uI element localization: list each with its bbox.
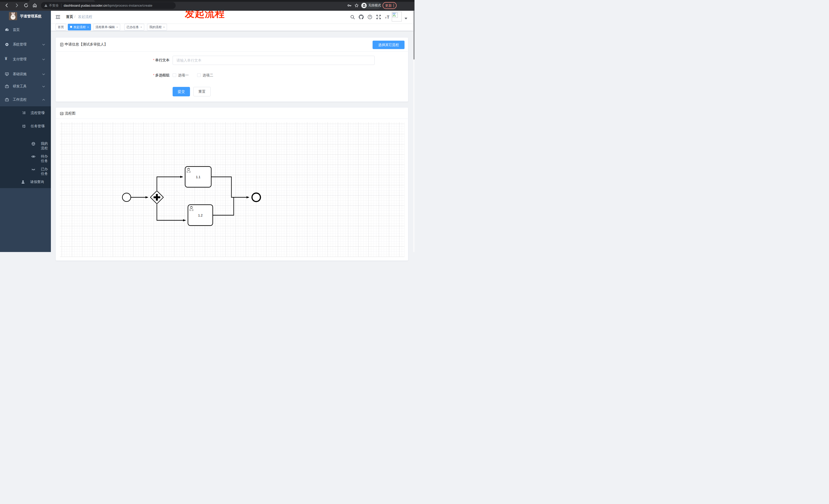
- single-line-text-input[interactable]: [173, 56, 374, 65]
- bpmn-canvas[interactable]: 1.1 1.2: [60, 122, 404, 252]
- back-icon[interactable]: [4, 3, 9, 8]
- close-icon[interactable]: ×: [163, 26, 165, 29]
- sidebar: 芋道管理系统 首页 系统管理 ¥ 支付管理 基础设施 研发工具 工作流程 流程管…: [0, 11, 51, 252]
- caret-down-icon[interactable]: [404, 17, 407, 20]
- address-bar[interactable]: 不安全 dashboard.yudao.iocoder.cn/bpm/proce…: [41, 2, 176, 9]
- list-icon: [22, 111, 26, 115]
- github-icon[interactable]: [359, 14, 364, 20]
- avatar[interactable]: [392, 12, 402, 22]
- breadcrumb-separator: /: [74, 14, 75, 18]
- scrollbar-thumb[interactable]: [413, 11, 414, 60]
- security-label[interactable]: 不安全: [49, 3, 59, 8]
- browser-chrome: 不安全 dashboard.yudao.iocoder.cn/bpm/proce…: [0, 0, 414, 11]
- start-event[interactable]: [122, 193, 131, 202]
- sidebar-item-label: 工作流程: [13, 98, 27, 102]
- help-icon[interactable]: ?: [367, 14, 372, 20]
- app-header: 首页 / 发起流程 ? TT: [51, 11, 414, 23]
- sidebar-item-workflow[interactable]: 工作流程: [0, 94, 51, 105]
- svg-text:?: ?: [369, 15, 370, 18]
- browser-tabstrip: [0, 0, 414, 2]
- tab-start-process[interactable]: 发起流程×: [68, 24, 91, 30]
- font-size-icon[interactable]: TT: [385, 14, 390, 20]
- parallel-gateway[interactable]: [150, 191, 164, 204]
- diagram-card-title: 流程图: [60, 111, 75, 116]
- checkbox-option-2[interactable]: [197, 73, 201, 77]
- submit-button[interactable]: 提交: [173, 87, 190, 96]
- bookmark-star-icon[interactable]: [354, 3, 359, 8]
- checkbox-option-1-label[interactable]: 选项一: [178, 73, 189, 78]
- svg-text:T: T: [385, 16, 387, 19]
- forward-icon[interactable]: [14, 3, 19, 8]
- tab-done-tasks[interactable]: 已办任务×: [124, 24, 144, 30]
- close-icon[interactable]: ×: [140, 26, 142, 29]
- select-other-process-button[interactable]: 选择其它流程: [372, 41, 404, 49]
- sidebar-item-done-tasks[interactable]: 已办任务: [0, 163, 51, 175]
- reset-button[interactable]: 重置: [193, 87, 211, 96]
- app-title[interactable]: 芋道管理系统: [20, 14, 41, 18]
- sidebar-item-label: 我的流程: [41, 141, 51, 151]
- fullscreen-icon[interactable]: [376, 14, 381, 20]
- end-event[interactable]: [252, 193, 260, 202]
- scrollbar[interactable]: [413, 11, 414, 252]
- required-mark: *: [153, 73, 154, 77]
- chevron-down-icon: [42, 112, 45, 114]
- tab-form-edit[interactable]: 流程表单-编辑×: [93, 24, 120, 30]
- sidebar-item-dev-tools[interactable]: 研发工具: [0, 81, 51, 92]
- checkbox-option-2-label[interactable]: 选项二: [203, 73, 213, 78]
- sidebar-fold-icon[interactable]: [56, 14, 60, 20]
- dashboard-icon: [5, 28, 9, 32]
- sidebar-item-label: 研发工具: [13, 84, 27, 89]
- breadcrumb-current: 发起流程: [78, 14, 92, 19]
- sidebar-item-todo-tasks[interactable]: 待办任务: [0, 151, 51, 162]
- broken-image-icon: [392, 12, 398, 18]
- sidebar-item-label: 首页: [13, 28, 20, 32]
- text-field-label: *单行文本: [118, 58, 170, 63]
- eye-icon: [31, 154, 36, 159]
- tab-home[interactable]: 首页: [56, 24, 66, 30]
- user-task-1[interactable]: 1.1: [185, 167, 211, 187]
- sidebar-item-process-mgmt[interactable]: 流程管理: [0, 107, 51, 119]
- tab-label: 流程表单-编辑: [95, 25, 115, 29]
- flow-task1-to-end: [211, 177, 249, 197]
- required-mark: *: [153, 58, 154, 62]
- incognito-label: 无痕模式: [368, 3, 381, 8]
- url-host: dashboard.yudao.iocoder.cn: [64, 4, 107, 7]
- sidebar-item-leave-query[interactable]: 请假查询: [0, 176, 51, 188]
- close-icon[interactable]: ×: [87, 26, 89, 29]
- app-logo: [9, 12, 17, 20]
- sidebar-item-task-mgmt[interactable]: 任务管理: [0, 121, 51, 132]
- home-icon[interactable]: [33, 3, 37, 8]
- user-task-2[interactable]: 1.2: [188, 205, 213, 226]
- update-button[interactable]: 更新: [383, 2, 397, 9]
- user-icon: [21, 180, 25, 184]
- tab-label: 我的流程: [149, 25, 161, 29]
- sidebar-item-label: 系统管理: [13, 42, 27, 47]
- password-key-icon[interactable]: [347, 3, 352, 8]
- reload-icon[interactable]: [24, 3, 28, 8]
- tag-tabs-bar: 首页 发起流程× 流程表单-编辑× 已办任务× 我的流程×: [51, 23, 414, 31]
- browser-tab[interactable]: [29, 0, 95, 2]
- sidebar-item-my-process[interactable]: 我的流程: [0, 138, 51, 149]
- search-icon[interactable]: [350, 14, 355, 20]
- incognito-icon: [361, 3, 367, 8]
- sidebar-item-label: 待办任务: [41, 154, 51, 163]
- checkbox-option-1[interactable]: [173, 73, 176, 77]
- apply-card-title: 申请信息【测试多审批人】: [60, 42, 108, 47]
- close-icon[interactable]: ×: [116, 26, 118, 29]
- sidebar-item-payment[interactable]: ¥ 支付管理: [0, 54, 51, 65]
- chevron-up-icon: [42, 99, 45, 101]
- browser-menu-icon[interactable]: [393, 5, 394, 6]
- sidebar-item-system[interactable]: 系统管理: [0, 39, 51, 50]
- sidebar-item-home[interactable]: 首页: [0, 24, 51, 36]
- diagram-card-title-text: 流程图: [65, 111, 75, 116]
- task-label: 1.2: [198, 214, 203, 217]
- chevron-down-icon: [42, 44, 45, 45]
- toolbox-icon: [5, 84, 9, 88]
- yen-icon: ¥: [5, 56, 9, 61]
- monitor-icon: [5, 72, 9, 76]
- sidebar-item-infrastructure[interactable]: 基础设施: [0, 69, 51, 80]
- breadcrumb-home[interactable]: 首页: [66, 14, 73, 19]
- tab-my-process[interactable]: 我的流程×: [147, 24, 167, 30]
- update-label: 更新: [385, 3, 392, 8]
- gear-icon: [5, 42, 9, 46]
